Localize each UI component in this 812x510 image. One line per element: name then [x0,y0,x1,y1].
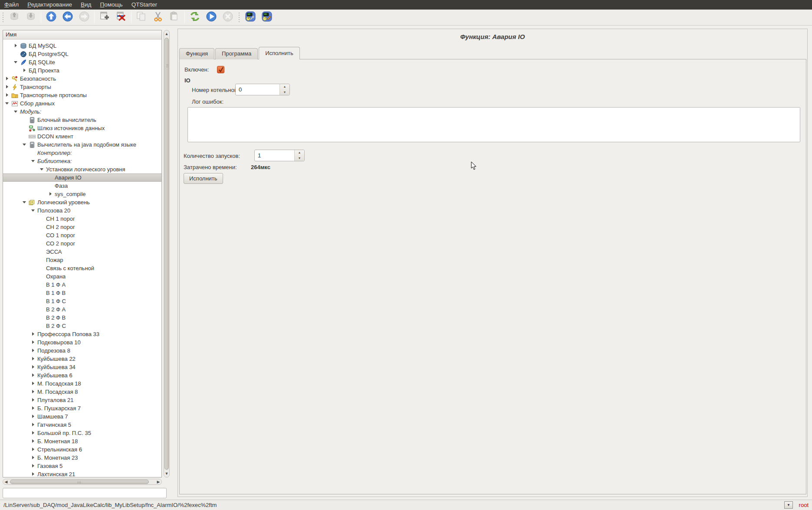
tree-item[interactable]: БД SQLite [3,58,161,66]
tree-item[interactable]: Библиотека: [3,157,161,165]
expand-icon[interactable] [48,190,55,198]
expand-icon[interactable] [31,429,37,437]
execute-button[interactable]: Исполнить [184,173,223,184]
tree-item[interactable]: Плуталова 21 [3,396,161,404]
tab-программа[interactable]: Программа [215,48,258,59]
spin-down-icon[interactable]: ▼ [295,156,304,161]
tree-item[interactable]: DCONDCON клиент [3,132,161,141]
scroll-left-icon[interactable]: ◀ [3,479,9,484]
scroll-right-icon[interactable]: ▶ [155,479,161,484]
qtcfg-tool-button[interactable] [244,11,257,24]
tree-item[interactable]: СО 2 порог [3,239,161,248]
tree-item[interactable]: Большой пр. П.С. 35 [3,429,161,437]
tree-item[interactable]: Б. Пушкарская 7 [3,404,161,412]
expand-icon[interactable] [31,404,37,412]
user-combo-button[interactable]: ▼ [784,501,793,509]
expand-icon[interactable] [31,396,37,404]
tree-filter-input[interactable] [3,488,167,498]
tree-item[interactable]: Связь с котельной [3,264,161,272]
expand-icon[interactable] [5,75,11,83]
boiler-number-value[interactable]: 0 [236,84,279,95]
tree-item[interactable]: В 1 Ф А [3,281,161,289]
add-item-button[interactable] [98,11,111,24]
collapse-icon[interactable] [22,198,29,206]
tree-item[interactable]: Полозова 20 [3,206,161,215]
menu-item-4[interactable]: Помощь [96,0,127,9]
menu-item-1[interactable]: Файл [0,0,23,9]
delete-item-button[interactable] [115,11,128,24]
tree-item[interactable]: Установки логического уровня [3,165,161,173]
menu-item-2[interactable]: Редактирование [23,0,76,9]
scroll-down-icon[interactable]: ▼ [164,470,169,477]
tree-item[interactable]: Шлюз источников данных [3,124,161,132]
tree-item[interactable]: В 2 Ф В [3,314,161,322]
expand-icon[interactable] [31,371,37,379]
expand-icon[interactable] [31,379,37,388]
expand-icon[interactable] [22,66,29,75]
tree-item[interactable]: Б. Монетная 23 [3,454,161,462]
scroll-up-icon[interactable]: ▲ [164,30,169,37]
tab-исполнить[interactable]: Исполнить [259,47,300,59]
tree-item[interactable]: Лахтинская 21 [3,470,161,477]
tree-item[interactable]: Пожар [3,256,161,264]
spin-up-icon[interactable]: ▲ [295,150,304,156]
tab-функция[interactable]: Функция [179,48,214,59]
refresh-item-button[interactable] [188,11,201,24]
tree-item[interactable]: sys_compile [3,190,161,198]
vertical-scrollbar-thumb[interactable] [164,38,169,470]
expand-icon[interactable] [31,470,37,477]
tree-item[interactable]: Транспорты [3,83,161,91]
tree-item[interactable]: СН 1 порог [3,215,161,223]
tree-item[interactable]: Куйбышева 22 [3,355,161,363]
tree-item[interactable]: В 1 Ф В [3,289,161,297]
tree-item[interactable]: Фаза [3,182,161,190]
tree-item[interactable]: Вычислитель на java подобном языке [3,141,161,149]
collapse-icon[interactable] [13,58,20,66]
tree-item[interactable]: Куйбышева 6 [3,371,161,379]
collapse-icon[interactable] [31,206,37,215]
menu-item-3[interactable]: Вид [76,0,95,9]
collapse-icon[interactable] [22,141,29,149]
horizontal-scrollbar-thumb[interactable] [10,480,149,484]
tree-item[interactable]: Шамшева 7 [3,412,161,421]
tree-item[interactable]: Стрельнинская 6 [3,445,161,454]
expand-icon[interactable] [31,347,37,355]
expand-icon[interactable] [31,338,37,347]
tree-vertical-scrollbar[interactable]: ▲ ▼ [164,30,170,477]
tree-item[interactable]: Безопасность [3,75,161,83]
tree-item[interactable]: Гатчинская 5 [3,421,161,429]
tree-item[interactable]: БД MySQL [3,42,161,50]
vision-tool-button[interactable] [260,11,273,24]
expand-icon[interactable] [5,83,11,91]
spin-up-icon[interactable]: ▲ [280,84,289,90]
boiler-number-spinbox[interactable]: 0 ▲ ▼ [235,84,290,95]
expand-icon[interactable] [31,388,37,396]
tree-item[interactable]: В 1 Ф С [3,297,161,305]
tree-item[interactable]: Сбор данных [3,99,161,108]
expand-icon[interactable] [5,91,11,99]
tree-item[interactable]: БД Проекта [3,66,161,75]
menu-item-5[interactable]: QTStarter [127,0,161,9]
expand-icon[interactable] [31,363,37,371]
tree-item-selected[interactable]: Авария IO [3,173,161,182]
expand-icon[interactable] [31,462,37,470]
expand-icon[interactable] [31,330,37,338]
tree-item[interactable]: Блочный вычислитель [3,116,161,124]
expand-icon[interactable] [31,355,37,363]
tree-item[interactable]: Транспортные протоколы [3,91,161,99]
expand-icon[interactable] [31,454,37,462]
tree-item[interactable]: Газовая 5 [3,462,161,470]
run-count-value[interactable]: 1 [255,150,294,161]
expand-icon[interactable] [31,412,37,421]
tree-item[interactable]: Подковырова 10 [3,338,161,347]
tree-item[interactable]: Контроллер: [3,149,161,157]
expand-icon[interactable] [13,42,20,50]
tree-item[interactable]: Б. Монетная 18 [3,437,161,445]
tree-item[interactable]: Профессора Попова 33 [3,330,161,338]
tree-item[interactable]: Логический уровень [3,198,161,206]
collapse-icon[interactable] [5,99,11,108]
spin-down-icon[interactable]: ▼ [280,90,289,95]
tree-item[interactable]: В 2 Ф С [3,322,161,330]
collapse-icon[interactable] [39,165,46,173]
start-updating-button[interactable] [205,11,218,24]
